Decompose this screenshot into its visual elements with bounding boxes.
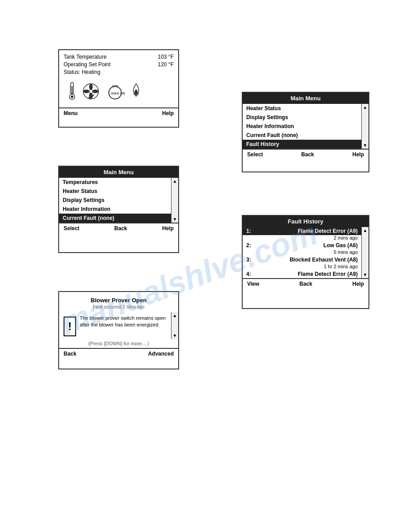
blower-icon-text-area: ! The blower prover switch remains open … xyxy=(64,315,167,336)
fault-view-btn[interactable]: View xyxy=(247,281,259,287)
fault-item-2[interactable]: 2: Low Gas (A6) xyxy=(243,241,361,249)
mainmenu-top-list: Heater Status Display Settings Heater In… xyxy=(243,104,361,149)
svg-point-3 xyxy=(71,95,73,98)
mainmenu-mid-list: Temperatures Heater Status Display Setti… xyxy=(59,178,171,223)
tank-icons-row: GAS OFF ON xyxy=(64,79,174,104)
fault-3-time: 1 hr 2 mins ago xyxy=(243,264,361,270)
svg-point-8 xyxy=(89,84,93,90)
mainmenu-mid-footer: Select Back Help xyxy=(59,223,178,233)
fault-2-num: 2: xyxy=(246,242,251,249)
tank-setpoint-row: Operating Set Point 120 °F xyxy=(64,61,174,68)
fault-item-3[interactable]: 3: Blocked Exhaust Vent (A8) xyxy=(243,256,361,264)
menu-item-heater-info[interactable]: Heater Information xyxy=(243,122,361,131)
tank-temp-value: 103 °F xyxy=(158,54,174,60)
svg-text:OFF: OFF xyxy=(112,85,119,88)
scroll-down-blower[interactable]: ▼ xyxy=(173,333,177,338)
tank-setpoint-value: 120 °F xyxy=(158,61,174,68)
scrollbar-right-mid: ▲ ▼ xyxy=(171,178,178,223)
svg-point-12 xyxy=(89,90,93,93)
fault-list: 1: Flame Detect Error (A9) 2 mins ago 2:… xyxy=(243,227,361,278)
panel-fault: Fault History 1: Flame Detect Error (A9)… xyxy=(242,215,369,309)
mainmenu-top-select-btn[interactable]: Select xyxy=(247,151,263,158)
mainmenu-top-help-btn[interactable]: Help xyxy=(352,151,364,158)
blower-description: The blower prover switch remains open af… xyxy=(80,315,167,329)
fault-4-num: 4: xyxy=(246,271,251,277)
fault-back-btn[interactable]: Back xyxy=(300,281,313,287)
scroll-down-arrow[interactable]: ▼ xyxy=(363,143,368,148)
tank-footer: Menu Help xyxy=(59,107,178,118)
fault-3-desc: Blocked Exhaust Vent (A8) xyxy=(290,257,358,263)
flame-icon xyxy=(131,83,141,100)
scrollbar-right-blower: ▲ ▼ xyxy=(171,312,178,339)
mainmenu-top-footer: Select Back Help xyxy=(243,149,368,159)
fault-footer: View Back Help xyxy=(243,278,368,289)
fault-header: Fault History xyxy=(243,216,368,227)
thermometer-icon xyxy=(67,82,77,101)
scroll-up-arrow-mid[interactable]: ▲ xyxy=(173,179,177,184)
gas-icon: GAS OFF ON xyxy=(105,83,125,100)
menu-mid-item-current-fault[interactable]: Current Fault (none) xyxy=(59,214,171,223)
svg-point-9 xyxy=(92,90,98,93)
blower-title: Blower Prover Open xyxy=(64,295,174,305)
blower-header-area: Blower Prover Open Fault occurred 2 mins… xyxy=(59,292,178,309)
blower-main-content: ! The blower prover switch remains open … xyxy=(59,312,171,339)
scroll-up-arrow[interactable]: ▲ xyxy=(363,105,368,110)
panel-blower: Blower Prover Open Fault occurred 2 mins… xyxy=(58,291,179,369)
svg-rect-2 xyxy=(72,86,73,94)
tank-setpoint-label: Operating Set Point xyxy=(64,61,111,68)
tank-temp-label: Tank Temperature xyxy=(64,54,107,60)
panel-mainmenu-top: Main Menu Heater Status Display Settings… xyxy=(242,92,369,172)
tank-temp-row: Tank Temperature 103 °F xyxy=(64,54,174,60)
menu-mid-item-heater-status[interactable]: Heater Status xyxy=(59,187,171,196)
blower-advanced-btn[interactable]: Advanced xyxy=(148,351,174,357)
menu-mid-item-heater-info[interactable]: Heater Information xyxy=(59,205,171,214)
menu-item-current-fault[interactable]: Current Fault (none) xyxy=(243,131,361,140)
scrollbar-right-fault: ▲ ▼ xyxy=(361,227,368,278)
mainmenu-top-content: Heater Status Display Settings Heater In… xyxy=(243,104,368,149)
menu-item-heater-status[interactable]: Heater Status xyxy=(243,104,361,113)
blower-back-btn[interactable]: Back xyxy=(64,351,77,357)
blower-footer: Back Advanced xyxy=(59,348,178,359)
mainmenu-mid-back-btn[interactable]: Back xyxy=(114,225,127,232)
panel-mainmenu-mid: Main Menu Temperatures Heater Status Dis… xyxy=(58,166,179,253)
fault-2-desc: Low Gas (A6) xyxy=(323,242,358,249)
menu-mid-item-temperatures[interactable]: Temperatures xyxy=(59,178,171,187)
scrollbar-right-top: ▲ ▼ xyxy=(361,104,368,149)
svg-text:GAS: GAS xyxy=(111,91,119,95)
fault-item-4[interactable]: 4: Flame Detect Error (A9) xyxy=(243,270,361,278)
mainmenu-mid-header: Main Menu xyxy=(59,167,178,178)
mainmenu-top-header: Main Menu xyxy=(243,93,368,104)
mainmenu-mid-content: Temperatures Heater Status Display Setti… xyxy=(59,178,178,223)
tank-menu-btn[interactable]: Menu xyxy=(64,110,77,116)
mainmenu-mid-select-btn[interactable]: Select xyxy=(64,225,79,232)
tank-body: Tank Temperature 103 °F Operating Set Po… xyxy=(59,50,178,107)
panel-tank: Tank Temperature 103 °F Operating Set Po… xyxy=(58,49,179,128)
fault-content: 1: Flame Detect Error (A9) 2 mins ago 2:… xyxy=(243,227,368,278)
fault-1-desc: Flame Detect Error (A9) xyxy=(298,228,358,234)
fault-4-desc: Flame Detect Error (A9) xyxy=(298,271,358,277)
svg-point-11 xyxy=(83,90,90,93)
menu-item-display-settings[interactable]: Display Settings xyxy=(243,113,361,122)
scroll-down-arrow-mid[interactable]: ▼ xyxy=(173,217,177,222)
menu-item-fault-history[interactable]: Fault History xyxy=(243,140,361,149)
fault-1-num: 1: xyxy=(246,228,251,234)
scroll-up-fault[interactable]: ▲ xyxy=(363,228,368,233)
blower-more-text: (Press [DOWN] for more....) xyxy=(59,339,178,348)
mainmenu-mid-help-btn[interactable]: Help xyxy=(162,225,174,232)
mainmenu-top-back-btn[interactable]: Back xyxy=(301,151,314,158)
blower-subtitle: Fault occurred 2 mins ago xyxy=(64,305,174,309)
fault-help-btn[interactable]: Help xyxy=(352,281,364,287)
fault-3-num: 3: xyxy=(246,257,251,263)
svg-text:ON: ON xyxy=(120,92,125,95)
scroll-down-fault[interactable]: ▼ xyxy=(363,272,368,277)
scroll-up-blower[interactable]: ▲ xyxy=(173,313,177,318)
fault-1-time: 2 mins ago xyxy=(243,235,361,241)
fault-item-1[interactable]: 1: Flame Detect Error (A9) xyxy=(243,227,361,235)
blower-body: ! The blower prover switch remains open … xyxy=(59,312,178,339)
fan-icon xyxy=(82,83,99,100)
exclamation-icon: ! xyxy=(64,317,76,336)
tank-status: Status: Heating xyxy=(64,69,174,75)
menu-mid-item-display-settings[interactable]: Display Settings xyxy=(59,196,171,205)
fault-2-time: 5 mins ago xyxy=(243,249,361,256)
tank-help-btn[interactable]: Help xyxy=(162,110,174,116)
